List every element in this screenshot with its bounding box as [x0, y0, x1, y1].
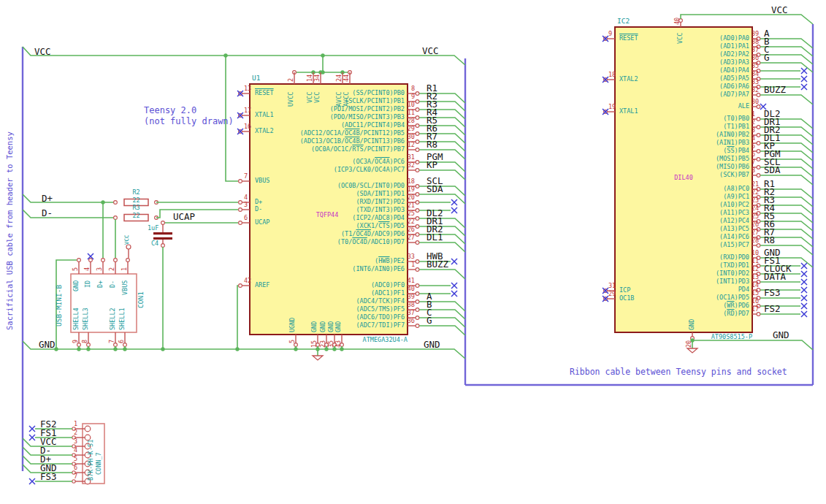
ic2-pin-number: 12	[752, 266, 759, 272]
usb-pin-name: SHELL1	[119, 308, 126, 330]
u1-pin-name: (RXD/INT2)PD2	[257, 199, 405, 205]
u1-pin-number: 7	[244, 173, 248, 180]
ic2-pin-name: (WR)PD6	[602, 302, 749, 309]
pin-end-circle	[114, 259, 118, 262]
ic2-pin-number: 26	[752, 221, 759, 228]
ic2-pin-number: 17	[752, 306, 759, 313]
ic2-pin-name: (AIN1)PB3	[602, 140, 749, 146]
ic2-pin-name: (T0)PB0	[602, 115, 749, 122]
usb-pin-name: SHELL2	[110, 308, 116, 330]
ic2-pin-name: (SCK)PB7	[602, 172, 749, 178]
pin-end-circle	[416, 209, 419, 213]
usb-pin-number: 6	[118, 340, 125, 343]
u1-pin-number: 24	[336, 75, 343, 82]
ic2-part-name: AT90S8515-P	[659, 334, 752, 340]
ic2-pin-number: 11	[752, 258, 759, 264]
pin-end-circle	[757, 150, 760, 153]
u1-pin-name: (T1/OC4D/ADC9)PD6	[257, 231, 405, 237]
net-label: FS2	[764, 304, 781, 313]
wire	[419, 326, 465, 335]
conn7-pin-number: 1	[74, 421, 77, 427]
capacitor-plate[interactable]	[153, 232, 172, 234]
conn7-value: B7K-PH-K-S1	[88, 440, 94, 481]
pin-end-circle	[416, 132, 419, 136]
u1-pin-name: (ADC0)PF0	[257, 282, 405, 289]
ic2-gnd-label: GND	[773, 330, 789, 340]
vcc-label-left: VCC	[34, 47, 51, 56]
conn7-pin-circle	[85, 426, 91, 432]
ic2-pin-number: 32	[752, 87, 759, 93]
pin-end-circle	[102, 259, 105, 262]
ic2-pin-name: (A8)PC0	[602, 186, 749, 192]
pin-end-circle	[161, 244, 165, 248]
u1-pin-name: (PDI/MOSI/PCINT2)PB2	[257, 106, 405, 112]
ic2-pin-number: 28	[752, 237, 759, 244]
u1-pin-name: (ICP2/ADC8)PD4	[257, 215, 405, 221]
u1-pin-number: 4	[244, 194, 248, 201]
u1-ref: U1	[252, 75, 260, 82]
pin-end-circle	[114, 343, 118, 347]
u1-pin-number: 15	[311, 340, 318, 347]
usb-pin-number: 1	[121, 267, 128, 271]
ic2-pin-name: (AD0)PA0	[602, 35, 749, 42]
u1-pin-name: (SS/PCINT0)PB0	[257, 90, 405, 96]
usb-pin-name: D-	[110, 280, 116, 287]
note-teensy-line2: (not fully drawn)	[144, 117, 234, 126]
ic2-pin-number: 40	[674, 18, 681, 25]
ic2-pin-name: (AD6)PA6	[602, 83, 749, 90]
note-ribbon-cable: Ribbon cable between Teensy pins and soc…	[570, 367, 787, 376]
net-label: R8	[427, 140, 437, 149]
ic2-pin-number: 3	[752, 127, 755, 134]
net-label: BUZZ	[764, 85, 786, 94]
pin-end-circle	[239, 180, 242, 183]
wire	[419, 270, 465, 279]
pin-end-circle	[757, 244, 760, 248]
pin-end-circle	[757, 134, 760, 137]
ic2-pin-number: 6	[752, 151, 755, 158]
r2-value: 22	[124, 197, 148, 204]
pin-end-circle	[416, 233, 419, 237]
schematic-canvas: VCC VCC GND GND D+ D- UCAP VCC GND VCC T…	[0, 0, 826, 504]
r3-value: 22	[124, 213, 148, 219]
ic2-pin-name: (INT0)PD2	[602, 270, 749, 277]
ic2-pin-name: (AIN0)PB2	[602, 131, 749, 138]
u1-pin-name: (ADC7/TDI)PF7	[257, 322, 405, 329]
ic2-pin-name: (A11)PC3	[602, 210, 749, 216]
r2-ref: R2	[124, 189, 148, 196]
u1-pin-name: (ADC11/PCINT4)PB4	[257, 122, 405, 129]
usb-pin-name: GND	[73, 280, 80, 291]
pin-end-circle	[416, 268, 419, 272]
pin-end-circle	[416, 260, 419, 264]
pin-end-circle	[123, 343, 127, 347]
usb-pin-number: 2	[109, 267, 115, 271]
ic2-pin-name: (RD)PD7	[602, 310, 749, 317]
ic2-pin-name: PD4	[602, 286, 749, 293]
usb-ref: CON1	[137, 291, 145, 308]
vcc-rail	[23, 47, 465, 65]
u1-pin-name: (ADC13/OC1B/OC4B/PCINT13)PB6	[257, 138, 405, 145]
ic2-pin-name: (A15)PC7	[602, 242, 749, 248]
ic2-pin-name: (OC1A)PD5	[602, 294, 749, 301]
gnd-label-right: GND	[424, 340, 440, 349]
ic2-pin-name: (AD3)PA3	[602, 59, 749, 66]
conn7-ref: CONN_7	[96, 452, 102, 475]
ic2-pin-number: 2	[752, 119, 755, 126]
conn7-pin-number: 6	[74, 465, 77, 471]
u1-pin-number: 17	[244, 107, 251, 114]
u1-pin-number: 16	[244, 123, 251, 130]
ic2-pin-name: (MISO)PB6	[602, 164, 749, 170]
u1-pin-name: (TXD/INT3)PD3	[257, 207, 405, 213]
dminus-label: D-	[42, 208, 53, 218]
net-label: SDA	[427, 184, 443, 194]
wire	[760, 95, 813, 104]
pin-end-circle	[416, 100, 419, 104]
pin-end-circle	[114, 216, 118, 220]
pin-end-circle	[416, 292, 419, 296]
pin-end-circle	[161, 221, 165, 225]
ic2-pin-name: (A12)PC4	[602, 218, 749, 224]
net-label: KP	[427, 160, 437, 169]
pin-end-circle	[416, 169, 419, 172]
ic2-pin-number: 35	[752, 63, 759, 69]
pin-end-circle	[239, 284, 242, 288]
pin-end-circle	[757, 93, 760, 97]
